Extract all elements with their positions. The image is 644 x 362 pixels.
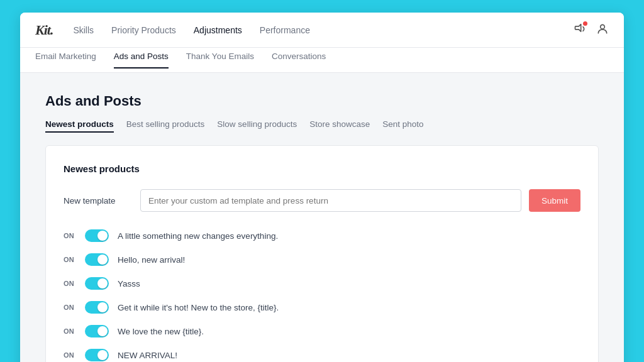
template-row: New template Submit xyxy=(64,189,580,212)
on-label: ON xyxy=(64,304,76,311)
toggle-row: ON Get it while it's hot! New to the sto… xyxy=(64,301,580,314)
tab-store-showcase[interactable]: Store showcase xyxy=(309,119,370,133)
toggle-switch-6[interactable] xyxy=(85,349,109,361)
toggle-row: ON NEW ARRIVAL! xyxy=(64,349,580,361)
on-label: ON xyxy=(64,280,76,287)
nav-priority-products[interactable]: Priority Products xyxy=(111,25,176,35)
toggle-row: ON Yasss xyxy=(64,277,580,290)
subnav-ads-and-posts[interactable]: Ads and Posts xyxy=(114,52,169,69)
card-title: Newest products xyxy=(64,163,580,174)
toggle-row: ON A little something new changes everyt… xyxy=(64,229,580,242)
toggle-text-2: Hello, new arrival! xyxy=(118,255,185,265)
tab-best-selling[interactable]: Best selling products xyxy=(126,119,205,133)
subnav-thank-you-emails[interactable]: Thank You Emails xyxy=(186,52,254,69)
tab-sent-photo[interactable]: Sent photo xyxy=(382,119,423,133)
toggle-text-5: We love the new {title}. xyxy=(118,327,204,336)
tab-bar: Newest products Best selling products Sl… xyxy=(45,119,599,133)
tab-slow-selling[interactable]: Slow selling products xyxy=(217,119,297,133)
top-nav: Kit. Skills Priority Products Adjustment… xyxy=(20,13,624,48)
template-label: New template xyxy=(64,196,133,206)
subnav-conversations[interactable]: Conversations xyxy=(272,52,326,69)
toggle-switch-2[interactable] xyxy=(85,253,109,266)
svg-point-0 xyxy=(601,25,605,29)
toggle-row: ON We love the new {title}. xyxy=(64,325,580,337)
toggle-list: ON A little something new changes everyt… xyxy=(64,229,580,362)
user-avatar-button[interactable] xyxy=(596,23,609,38)
nav-skills[interactable]: Skills xyxy=(73,25,94,35)
submit-button[interactable]: Submit xyxy=(529,189,580,212)
nav-performance[interactable]: Performance xyxy=(260,25,310,35)
on-label: ON xyxy=(64,232,76,239)
page-title: Ads and Posts xyxy=(45,93,599,109)
on-label: ON xyxy=(64,351,76,359)
main-content: Ads and Posts Newest products Best selli… xyxy=(20,73,624,362)
toggle-row: ON Hello, new arrival! xyxy=(64,253,580,266)
notification-button[interactable] xyxy=(574,23,586,38)
toggle-switch-5[interactable] xyxy=(85,325,109,337)
user-icon xyxy=(596,23,609,35)
tab-newest-products[interactable]: Newest products xyxy=(45,119,114,133)
card: Newest products New template Submit ON A… xyxy=(45,145,599,362)
on-label: ON xyxy=(64,256,76,263)
toggle-text-4: Get it while it's hot! New to the store,… xyxy=(118,303,279,312)
notification-dot xyxy=(583,21,587,26)
template-input[interactable] xyxy=(140,189,521,212)
logo: Kit. xyxy=(35,22,53,38)
toggle-switch-1[interactable] xyxy=(85,229,109,242)
nav-adjustments[interactable]: Adjustments xyxy=(194,25,242,35)
top-nav-links: Skills Priority Products Adjustments Per… xyxy=(73,25,574,35)
toggle-text-1: A little something new changes everythin… xyxy=(118,231,278,241)
on-label: ON xyxy=(64,327,76,335)
sub-nav: Email Marketing Ads and Posts Thank You … xyxy=(20,48,624,73)
top-nav-right xyxy=(574,23,609,38)
toggle-text-3: Yasss xyxy=(118,279,140,288)
toggle-switch-3[interactable] xyxy=(85,277,109,290)
app-window: Kit. Skills Priority Products Adjustment… xyxy=(20,13,624,362)
toggle-text-6: NEW ARRIVAL! xyxy=(118,351,177,360)
toggle-switch-4[interactable] xyxy=(85,301,109,314)
subnav-email-marketing[interactable]: Email Marketing xyxy=(35,52,96,69)
